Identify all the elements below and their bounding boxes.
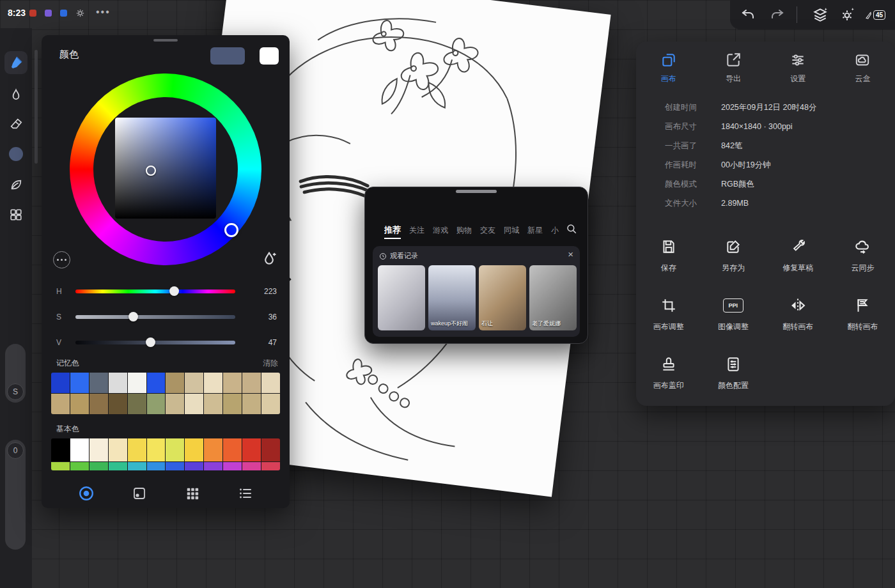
player-tab-follow[interactable]: 关注 (409, 225, 424, 236)
color-swatch[interactable] (90, 373, 108, 393)
tab-list-view[interactable] (233, 481, 258, 506)
image-adjust-button[interactable]: PPI 图像调整 (701, 284, 765, 343)
saturation-slider[interactable] (75, 315, 235, 319)
tab-disc-view[interactable] (74, 481, 99, 506)
smudge-tool-button[interactable] (4, 82, 27, 105)
floating-video-window[interactable]: 推荐 关注 游戏 购物 交友 同城 新星 小 观看记录 × (364, 187, 588, 344)
close-icon[interactable]: × (568, 249, 573, 259)
video-thumbnail[interactable]: 石让 (479, 265, 526, 330)
hue-slider-thumb[interactable] (169, 286, 179, 296)
color-swatch[interactable] (128, 373, 146, 393)
search-icon[interactable] (566, 223, 577, 235)
color-swatch[interactable] (185, 394, 203, 414)
color-swatch-tool[interactable] (4, 143, 27, 166)
player-tab-shopping[interactable]: 购物 (456, 225, 472, 236)
color-swatch[interactable] (109, 394, 127, 414)
video-thumbnail[interactable]: wakeup不好闹 (428, 265, 476, 330)
color-swatch[interactable] (70, 438, 89, 461)
color-swatch[interactable] (242, 438, 261, 461)
color-swatch[interactable] (128, 394, 146, 414)
color-swatch[interactable] (147, 373, 166, 393)
tab-cloudbox[interactable]: 云盒 (830, 52, 895, 84)
color-swatch[interactable] (128, 438, 146, 461)
color-swatch[interactable] (261, 373, 280, 393)
color-swatch[interactable] (109, 462, 127, 470)
color-swatch[interactable] (261, 438, 280, 461)
eraser-tool-button[interactable] (4, 112, 27, 135)
color-swatch[interactable] (90, 438, 108, 461)
color-swatch[interactable] (51, 462, 70, 470)
flip-canvas-h-button[interactable]: 翻转画布 (766, 284, 830, 343)
tab-canvas[interactable]: 画布 (636, 52, 701, 84)
color-swatch[interactable] (261, 462, 280, 470)
player-tab-newstar[interactable]: 新星 (527, 225, 543, 236)
color-swatch[interactable] (128, 462, 146, 470)
tab-settings[interactable]: 设置 (766, 52, 830, 84)
sv-selector[interactable] (146, 166, 156, 176)
color-swatch[interactable] (166, 438, 184, 461)
color-swatch[interactable] (242, 394, 261, 414)
tab-square-view[interactable] (127, 481, 152, 506)
video-thumbnail[interactable]: 老了爱妮娜 (529, 265, 577, 330)
gear-sparkle-icon[interactable] (837, 4, 857, 25)
color-profile-button[interactable]: 颜色配置 (701, 343, 765, 402)
color-swatch[interactable] (185, 462, 203, 470)
player-tab-friends[interactable]: 交友 (480, 225, 495, 236)
color-swatch[interactable] (185, 373, 203, 393)
player-tab-games[interactable]: 游戏 (433, 225, 448, 236)
value-slider-thumb[interactable] (146, 337, 155, 347)
flip-canvas-v-button[interactable]: 翻转画布 (830, 284, 895, 343)
color-swatch[interactable] (242, 373, 261, 393)
color-swatch[interactable] (51, 394, 70, 414)
brush-size-slider[interactable]: S (5, 344, 26, 403)
panel-drag-handle[interactable] (35, 50, 38, 164)
color-swatch[interactable] (261, 394, 280, 414)
brush-size-knob[interactable]: S (7, 383, 24, 400)
tab-grid-view[interactable] (180, 481, 205, 506)
color-swatch[interactable] (242, 462, 261, 470)
color-swatch[interactable] (51, 373, 70, 393)
current-color-swatch[interactable] (210, 47, 245, 65)
color-swatch[interactable] (204, 438, 222, 461)
color-swatch[interactable] (223, 394, 242, 414)
leaf-tool-button[interactable] (4, 173, 27, 196)
secondary-color-swatch[interactable] (260, 47, 279, 65)
color-swatch[interactable] (223, 373, 242, 393)
color-swatch[interactable] (109, 373, 127, 393)
cloud-sync-button[interactable]: 云同步 (830, 226, 895, 284)
color-swatch[interactable] (147, 462, 166, 470)
clear-memory-button[interactable]: 清除 (263, 358, 278, 369)
stylus-hand-icon[interactable]: 45 (865, 4, 885, 25)
color-swatch[interactable] (70, 394, 89, 414)
saturation-value-square[interactable] (115, 118, 216, 219)
color-swatch[interactable] (223, 438, 242, 461)
save-as-button[interactable]: 另存为 (701, 226, 765, 284)
color-swatch[interactable] (223, 462, 242, 470)
player-tab-local[interactable]: 同城 (504, 225, 519, 236)
hue-slider[interactable] (75, 290, 235, 293)
repair-draft-button[interactable]: 修复草稿 (766, 226, 830, 284)
undo-button[interactable] (738, 4, 758, 25)
eyedropper-add-icon[interactable] (260, 250, 278, 268)
value-slider[interactable] (75, 341, 235, 344)
status-more-icon[interactable]: ••• (96, 6, 111, 18)
layers-grid-button[interactable] (4, 203, 27, 226)
color-swatch[interactable] (109, 438, 127, 461)
color-swatch[interactable] (147, 438, 166, 461)
color-swatch[interactable] (204, 373, 222, 393)
hue-selector[interactable] (224, 223, 238, 237)
window-grab-handle[interactable] (456, 190, 497, 193)
color-swatch[interactable] (185, 438, 203, 461)
player-tab-more[interactable]: 小 (551, 225, 559, 236)
color-swatch[interactable] (70, 462, 89, 470)
canvas-adjust-button[interactable]: 画布调整 (636, 284, 701, 343)
layers-sparkle-icon[interactable] (810, 4, 830, 25)
canvas-stamp-button[interactable]: 画布盖印 (636, 343, 701, 402)
color-swatch[interactable] (166, 394, 184, 414)
panel-grab-handle[interactable] (153, 39, 178, 42)
color-swatch[interactable] (90, 462, 108, 470)
player-tab-recommend[interactable]: 推荐 (384, 224, 401, 239)
brush-opacity-knob[interactable]: 0 (7, 442, 24, 459)
save-button[interactable]: 保存 (636, 226, 701, 284)
tab-export[interactable]: 导出 (701, 52, 765, 84)
